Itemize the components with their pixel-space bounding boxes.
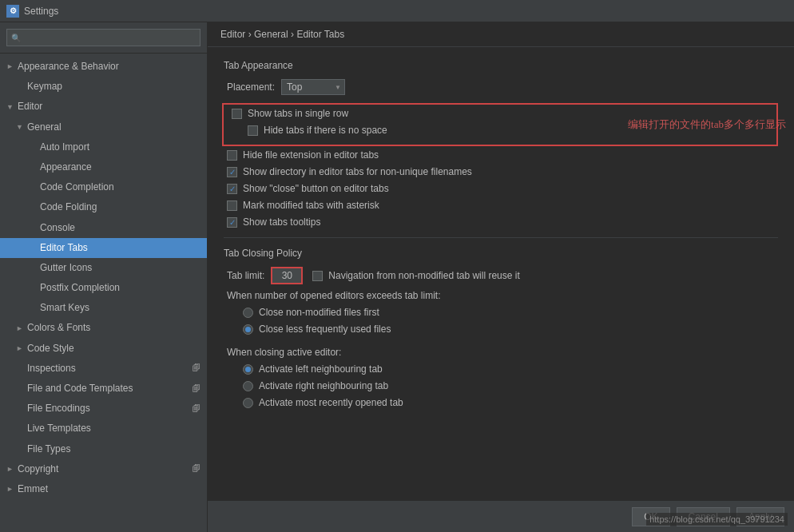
sidebar-label-live-templates: Live Templates — [27, 421, 91, 436]
sidebar-item-editor-tabs[interactable]: Editor Tabs — [0, 238, 207, 258]
sidebar-item-console[interactable]: Console — [0, 218, 207, 238]
setting-row-close-less-frequent: Close less frequently used files — [224, 324, 778, 335]
setting-row-hide-extension: Hide file extension in editor tabs — [224, 149, 778, 161]
checkbox-show-close[interactable] — [227, 184, 237, 194]
tab-appearance-header: Tab Appearance — [224, 60, 778, 71]
checkbox-single-row[interactable] — [232, 109, 242, 119]
radio-activate-recent[interactable] — [243, 398, 253, 408]
sidebar-label-file-code-templates: File and Code Templates — [27, 381, 133, 396]
placement-row: Placement: Top Bottom Left Right None — [224, 79, 778, 95]
label-activate-left: Activate left neighbouring tab — [259, 363, 383, 375]
placement-label: Placement: — [227, 81, 275, 93]
breadcrumb: Editor › General › Editor Tabs — [208, 22, 794, 47]
label-close-non-modified: Close non-modified files first — [259, 307, 379, 318]
sidebar-item-file-code-templates[interactable]: File and Code Templates🗐 — [0, 379, 207, 399]
radio-activate-right[interactable] — [243, 381, 253, 391]
label-activate-recent: Activate most recently opened tab — [259, 397, 403, 408]
label-close-less-frequent: Close less frequently used files — [259, 324, 391, 335]
placement-select[interactable]: Top Bottom Left Right None — [281, 79, 345, 95]
sidebar-label-code-folding: Code Folding — [40, 200, 97, 215]
content-wrapper: Editor › General › Editor Tabs Tab Appea… — [208, 22, 794, 532]
setting-row-show-tooltips: Show tabs tooltips — [224, 216, 778, 228]
sidebar-label-appearance-behavior: Appearance & Behavior — [18, 59, 119, 74]
sidebar-item-inspections[interactable]: Inspections🗐 — [0, 359, 207, 379]
exceeded-label: When number of opened editors exceeds ta… — [227, 290, 440, 301]
sidebar-item-appearance[interactable]: Appearance — [0, 157, 207, 177]
setting-row-show-close: Show "close" button on editor tabs — [224, 183, 778, 194]
sidebar-label-gutter-icons: Gutter Icons — [40, 260, 92, 276]
sidebar-item-smart-keys[interactable]: Smart Keys — [0, 298, 207, 318]
search-box — [0, 22, 207, 54]
tab-limit-input[interactable] — [271, 267, 303, 284]
sidebar-item-general[interactable]: General — [0, 117, 207, 137]
checkbox-nav-reuse[interactable] — [312, 271, 323, 281]
label-single-row: Show tabs in single row — [248, 108, 348, 119]
label-show-tooltips: Show tabs tooltips — [243, 216, 320, 228]
sidebar-label-postfix-completion: Postfix Completion — [40, 280, 120, 296]
sidebar-label-emmet: Emmet — [18, 482, 48, 497]
label-mark-modified: Mark modified tabs with asterisk — [243, 200, 379, 211]
sidebar-label-auto-import: Auto Import — [40, 140, 89, 155]
sidebar-label-inspections: Inspections — [27, 361, 76, 376]
sidebar-label-file-encodings: File Encodings — [27, 401, 90, 416]
checkbox-show-directory[interactable] — [227, 167, 237, 177]
sidebar-badge-file-encodings: 🗐 — [193, 403, 200, 415]
sidebar-item-emmet[interactable]: Emmet — [0, 479, 207, 499]
sidebar-label-console: Console — [40, 220, 75, 236]
checkbox-hide-no-space[interactable] — [248, 125, 258, 136]
checkbox-mark-modified[interactable] — [227, 200, 237, 211]
content: Editor › General › Editor Tabs Tab Appea… — [208, 22, 794, 500]
closing-active-label: When closing active editor: — [227, 347, 341, 358]
setting-row-close-non-modified: Close non-modified files first — [224, 307, 778, 318]
sidebar-item-code-completion[interactable]: Code Completion — [0, 177, 207, 197]
radio-activate-left[interactable] — [243, 364, 253, 375]
checkbox-hide-extension[interactable] — [227, 150, 237, 161]
sidebar-item-copyright[interactable]: Copyright🗐 — [0, 459, 207, 479]
title-bar-text: Settings — [24, 6, 58, 17]
sidebar-badge-copyright: 🗐 — [193, 463, 200, 475]
label-activate-right: Activate right neighbouring tab — [259, 380, 388, 391]
sidebar-item-code-folding[interactable]: Code Folding — [0, 197, 207, 217]
sidebar-label-colors-fonts: Colors & Fonts — [27, 320, 90, 335]
setting-row-exceeded-label: When number of opened editors exceeds ta… — [224, 290, 778, 301]
breadcrumb-current: Editor Tabs — [296, 29, 344, 40]
sidebar-item-editor[interactable]: Editor — [0, 97, 207, 117]
radio-close-non-modified[interactable] — [243, 308, 253, 318]
sidebar: Appearance & BehaviorKeymapEditorGeneral… — [0, 22, 208, 532]
tab-limit-label: Tab limit: — [227, 270, 264, 281]
radio-close-less-frequent[interactable] — [243, 324, 253, 335]
checkbox-show-tooltips[interactable] — [227, 217, 237, 228]
sidebar-item-live-templates[interactable]: Live Templates — [0, 419, 207, 439]
watermark: https://blog.csdn.net/qq_39791234 — [646, 513, 788, 526]
sidebar-label-smart-keys: Smart Keys — [40, 300, 89, 316]
sidebar-item-code-style[interactable]: Code Style — [0, 339, 207, 359]
label-show-directory: Show directory in editor tabs for non-un… — [243, 166, 472, 177]
sidebar-item-colors-fonts[interactable]: Colors & Fonts — [0, 318, 207, 338]
sidebar-label-file-types: File Types — [27, 442, 70, 457]
sidebar-label-code-completion: Code Completion — [40, 180, 114, 195]
search-input[interactable] — [6, 29, 200, 46]
sidebar-item-keymap[interactable]: Keymap — [0, 77, 207, 97]
tab-closing-policy-header: Tab Closing Policy — [224, 248, 778, 259]
main-layout: Appearance & BehaviorKeymapEditorGeneral… — [0, 22, 794, 532]
sidebar-badge-inspections: 🗐 — [193, 362, 200, 375]
sidebar-badge-file-code-templates: 🗐 — [193, 383, 200, 395]
label-nav-reuse: Navigation from non-modified tab will re… — [328, 270, 519, 281]
setting-row-activate-right: Activate right neighbouring tab — [224, 380, 778, 391]
sidebar-label-code-style: Code Style — [27, 341, 74, 356]
divider-1 — [224, 237, 778, 238]
breadcrumb-text: Editor › General › Editor Tabs — [220, 29, 344, 40]
tab-limit-row: Tab limit: Navigation from non-modified … — [224, 267, 778, 284]
search-wrapper — [6, 29, 200, 46]
sidebar-item-postfix-completion[interactable]: Postfix Completion — [0, 278, 207, 298]
setting-row-mark-modified: Mark modified tabs with asterisk — [224, 200, 778, 211]
app-icon: ⚙ — [6, 5, 19, 18]
sidebar-label-appearance: Appearance — [40, 160, 92, 175]
sidebar-item-gutter-icons[interactable]: Gutter Icons — [0, 258, 207, 278]
sidebar-item-appearance-behavior[interactable]: Appearance & Behavior — [0, 57, 207, 77]
annotation-text: 编辑打开的文件的tab多个多行显示 — [628, 117, 786, 132]
sidebar-item-file-encodings[interactable]: File Encodings🗐 — [0, 399, 207, 419]
label-show-close: Show "close" button on editor tabs — [243, 183, 389, 194]
sidebar-item-file-types[interactable]: File Types — [0, 439, 207, 459]
sidebar-item-auto-import[interactable]: Auto Import — [0, 137, 207, 157]
